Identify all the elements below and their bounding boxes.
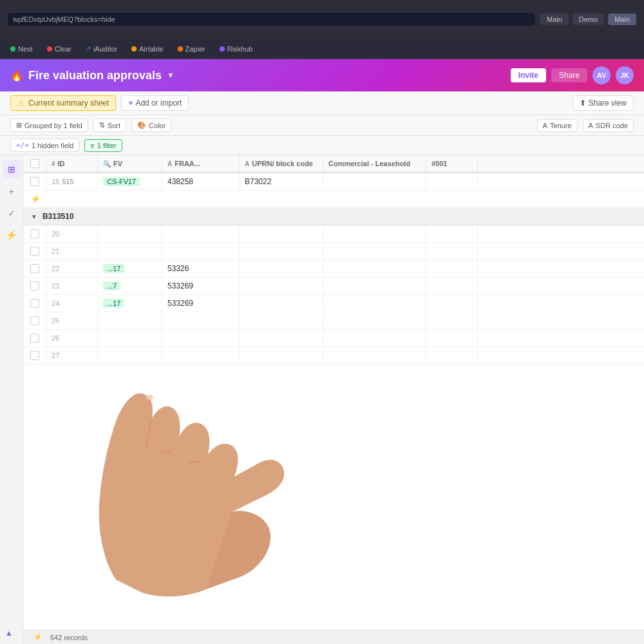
td-ref-21 xyxy=(426,243,478,260)
td-checkbox-20[interactable] xyxy=(23,225,46,242)
add-row-button-1[interactable]: ⚡ xyxy=(23,191,644,208)
header-checkbox[interactable] xyxy=(30,159,39,168)
color-button[interactable]: 🎨 Color xyxy=(131,118,171,132)
fv-badge-22: ...17 xyxy=(103,264,124,273)
table-row-23: 23 ...7 533269 xyxy=(23,278,644,295)
hidden-fields-button[interactable]: </> 1 hidden field xyxy=(10,138,79,152)
td-commercial-23 xyxy=(323,278,426,294)
row-checkbox-25[interactable] xyxy=(30,316,39,325)
row-number-20: 20 xyxy=(52,230,59,238)
grouped-button[interactable]: ⊞ Grouped by 1 field xyxy=(10,118,88,132)
color-icon: 🎨 xyxy=(137,121,146,129)
td-fv-21 xyxy=(98,243,162,260)
td-checkbox-21[interactable] xyxy=(23,243,46,260)
invite-button[interactable]: Invite xyxy=(511,68,546,82)
th-checkbox xyxy=(23,155,46,172)
tenure-button[interactable]: A Tenure xyxy=(537,119,578,132)
app-title: Fire valuation approvals xyxy=(28,69,162,82)
table-row-26: 26 xyxy=(23,330,644,347)
browser-tab-main1[interactable]: Main xyxy=(540,14,569,25)
td-uprn-23 xyxy=(240,278,323,294)
row-checkbox-26[interactable] xyxy=(30,334,39,343)
side-icon-add[interactable]: + xyxy=(3,182,21,200)
td-uprn-20 xyxy=(240,225,323,242)
bookmark-airtable[interactable]: Airtable xyxy=(128,44,167,54)
airtable-dot-icon xyxy=(131,46,137,52)
td-checkbox-26[interactable] xyxy=(23,330,46,346)
td-uprn-21 xyxy=(240,243,323,260)
share-view-button[interactable]: ⬆ Share view xyxy=(573,95,634,111)
sort-button[interactable]: ⇅ Sort xyxy=(93,118,126,132)
td-checkbox-25[interactable] xyxy=(23,312,46,329)
title-dropdown-arrow-icon[interactable]: ▼ xyxy=(167,71,175,80)
filter-button[interactable]: ≡ 1 filter xyxy=(84,139,122,152)
td-checkbox-27[interactable] xyxy=(23,347,46,364)
filter-icon: ≡ xyxy=(90,142,94,149)
current-sheet-tab[interactable]: ⚠ Current summary sheet xyxy=(10,95,116,111)
th-fraa[interactable]: A FRAA... xyxy=(162,155,240,172)
td-fv-24: ...17 xyxy=(98,295,162,312)
records-count: 542 records xyxy=(50,634,88,641)
table-side-container: ⊞ + ✓ ⚡ ▲ # ID xyxy=(0,155,644,644)
row-checkbox-27[interactable] xyxy=(30,351,39,360)
group-collapse-arrow-icon[interactable]: ▼ xyxy=(31,213,37,220)
row-checkbox-22[interactable] xyxy=(30,264,39,273)
side-icon-grid[interactable]: ⊞ xyxy=(3,160,21,178)
toolbar: ⚠ Current summary sheet + Add or import … xyxy=(0,91,644,115)
td-fraa-27 xyxy=(162,347,240,364)
group-title-b313510: B313510 xyxy=(43,212,74,221)
td-fv-23: ...7 xyxy=(98,278,162,294)
row-checkbox-21[interactable] xyxy=(30,247,39,256)
table-area[interactable]: # ID 🔍 FV A FRAA... A U xyxy=(23,155,644,630)
td-checkbox-22[interactable] xyxy=(23,260,46,277)
th-fv[interactable]: 🔍 FV xyxy=(98,155,162,172)
table-row-25: 25 xyxy=(23,312,644,330)
avatar2: JK xyxy=(616,66,634,84)
sdr-code-button[interactable]: A SDR code xyxy=(583,119,634,132)
bookmark-airtable-label: Airtable xyxy=(139,45,163,53)
row-checkbox-24[interactable] xyxy=(30,299,39,308)
uprn-a-icon: A xyxy=(245,160,249,167)
table-row-21: 21 xyxy=(23,243,644,260)
td-id-value-18: 515 xyxy=(62,178,73,185)
row-number-21: 21 xyxy=(52,247,59,255)
th-id[interactable]: # ID xyxy=(46,155,98,172)
group-header-b313510: ▼ B313510 xyxy=(23,208,644,225)
td-fraa-22: 53326 xyxy=(162,260,240,277)
bookmark-riskhub[interactable]: Riskhub xyxy=(216,44,257,54)
row-number-25: 25 xyxy=(52,317,59,325)
bookmark-clear[interactable]: Clear xyxy=(43,44,75,54)
bookmark-nest[interactable]: Nest xyxy=(6,44,37,54)
td-checkbox-23[interactable] xyxy=(23,278,46,294)
bookmark-zapier-label: Zapier xyxy=(185,45,205,53)
url-bar: wpfEDxtpUvbjMEQ?blocks=hide xyxy=(8,13,535,26)
share-button[interactable]: Share xyxy=(551,68,587,82)
td-fraa-18: 438258 xyxy=(162,173,240,190)
td-ref-26 xyxy=(426,330,478,346)
th-ref[interactable]: #001 xyxy=(426,155,478,172)
row-number-18: 18 xyxy=(52,178,59,185)
th-commercial[interactable]: Commercial - Leasehold xyxy=(323,155,426,172)
row-checkbox-20[interactable] xyxy=(30,229,39,238)
th-uprn[interactable]: A UPRN/ block code xyxy=(240,155,323,172)
app-container: 🔥 Fire valuation approvals ▼ Invite Shar… xyxy=(0,59,644,644)
td-checkbox-18[interactable] xyxy=(23,173,46,190)
td-commercial-22 xyxy=(323,260,426,277)
fv-badge-18: CS-FV17 xyxy=(103,177,140,186)
browser-tab-demo[interactable]: Demo xyxy=(573,14,604,25)
browser-tab-main2[interactable]: Main xyxy=(608,14,636,25)
td-fraa-26 xyxy=(162,330,240,346)
td-id-23: 23 xyxy=(46,278,98,294)
td-ref-22 xyxy=(426,260,478,277)
bookmark-zapier[interactable]: Zapier xyxy=(174,44,209,54)
side-icon-check[interactable]: ✓ xyxy=(3,204,21,222)
td-checkbox-24[interactable] xyxy=(23,295,46,312)
table-row-22: 22 ...17 53326 xyxy=(23,260,644,278)
collapse-arrow-icon[interactable]: ▲ xyxy=(5,629,13,638)
bookmark-iauditor[interactable]: ↗ iAuditor xyxy=(82,44,121,54)
row-checkbox-23[interactable] xyxy=(30,281,39,290)
add-import-button[interactable]: + Add or import xyxy=(121,95,189,111)
row-checkbox-18[interactable] xyxy=(30,177,39,186)
td-commercial-27 xyxy=(323,347,426,364)
side-icon-bolt[interactable]: ⚡ xyxy=(3,226,21,244)
